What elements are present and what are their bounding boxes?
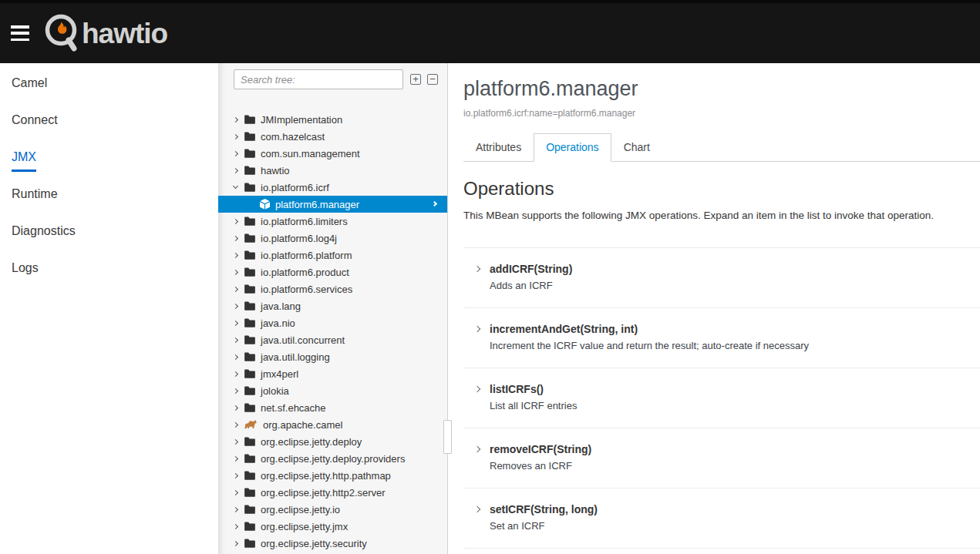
chevron-right-icon[interactable]: [233, 218, 238, 223]
chevron-right-icon[interactable]: [233, 388, 238, 393]
chevron-right-icon[interactable]: [233, 116, 238, 122]
folder-icon: [244, 284, 255, 294]
tree-node[interactable]: java.util.concurrent: [218, 331, 447, 348]
tree-node[interactable]: org.eclipse.jetty.http.pathmap: [218, 467, 447, 484]
chevron-right-icon[interactable]: [233, 167, 238, 173]
chevron-right-icon: [474, 326, 480, 332]
chevron-right-icon[interactable]: [233, 133, 238, 139]
chevron-right-icon[interactable]: [233, 405, 238, 410]
tree-node-label: org.eclipse.jetty.http2.server: [261, 487, 386, 499]
chevron-right-icon[interactable]: [233, 252, 238, 257]
sidebar-item-runtime[interactable]: Runtime: [0, 176, 218, 213]
tree-node[interactable]: org.eclipse.jetty.http2.server: [218, 484, 447, 501]
tree-node[interactable]: io.platform6.log4j: [218, 230, 447, 247]
jmx-tree-panel: + − JMImplementationcom.hazelcastcom.sun…: [218, 63, 448, 554]
operation-item[interactable]: addICRF(String)Adds an ICRF: [463, 248, 980, 308]
operations-description: This MBean supports the following JMX op…: [463, 210, 980, 221]
tree-node-label: org.eclipse.jetty.jmx: [261, 521, 348, 532]
folder-icon: [244, 522, 255, 531]
chevron-right-icon[interactable]: [233, 354, 238, 359]
tab-operations[interactable]: Operations: [534, 133, 611, 162]
tree-node[interactable]: io.platform6.limiters: [218, 213, 447, 230]
tree-node[interactable]: org.apache.camel: [218, 416, 447, 433]
tree-node[interactable]: io.platform6.icrf: [218, 179, 447, 196]
tree-node[interactable]: com.sun.management: [218, 145, 447, 162]
tree-node[interactable]: java.nio: [218, 314, 447, 331]
tree-node-label: io.platform6.product: [261, 267, 349, 278]
tree-node-label: java.util.concurrent: [261, 334, 345, 346]
tree-node[interactable]: org.eclipse.jetty.io: [218, 501, 447, 518]
tree-node[interactable]: JMImplementation: [218, 111, 447, 128]
tree-node[interactable]: hawtio: [218, 162, 447, 179]
folder-icon: [244, 217, 255, 226]
chevron-right-icon[interactable]: [233, 320, 238, 325]
tab-chart[interactable]: Chart: [611, 133, 662, 162]
collapse-all-icon[interactable]: −: [427, 74, 438, 85]
folder-icon: [244, 149, 255, 158]
folder-icon: [244, 437, 255, 446]
mbean-tabs: AttributesOperationsChart: [463, 133, 980, 162]
folder-icon: [244, 403, 255, 412]
operation-item[interactable]: listICRFs()List all ICRF entries: [463, 368, 980, 428]
chevron-right-icon[interactable]: [233, 371, 238, 376]
tree-node[interactable]: org.eclipse.jetty.security: [218, 535, 447, 552]
tree-node-label: io.platform6.limiters: [261, 216, 348, 227]
tree-node[interactable]: org.eclipse.jetty.jmx: [218, 518, 447, 535]
folder-icon: [244, 301, 255, 311]
chevron-right-icon[interactable]: [233, 303, 238, 308]
operation-description: Removes an ICRF: [490, 460, 591, 472]
operation-signature: incrementAndGet(String, int): [490, 323, 809, 335]
tree-node-label: org.eclipse.jetty.deploy: [261, 436, 362, 448]
chevron-right-icon[interactable]: [233, 455, 238, 461]
chevron-right-icon[interactable]: [233, 150, 238, 156]
tree-node[interactable]: net.sf.ehcache: [218, 399, 447, 416]
chevron-right-icon[interactable]: [233, 489, 238, 495]
chevron-right-icon[interactable]: [233, 337, 238, 342]
tree-node[interactable]: java.util.logging: [218, 348, 447, 365]
chevron-right-icon[interactable]: [233, 506, 238, 512]
magnifier-flame-icon: [43, 11, 80, 55]
folder-icon: [244, 115, 255, 124]
operation-item[interactable]: removeICRF(String)Removes an ICRF: [463, 428, 980, 489]
chevron-right-icon[interactable]: [233, 438, 238, 444]
chevron-right-icon[interactable]: [233, 235, 238, 240]
chevron-right-icon[interactable]: [233, 540, 238, 546]
tree-node[interactable]: io.platform6.services: [218, 280, 447, 297]
expand-all-icon[interactable]: +: [410, 74, 421, 85]
chevron-right-icon[interactable]: [233, 269, 238, 274]
sidebar-item-diagnostics[interactable]: Diagnostics: [0, 213, 218, 250]
hawtio-logo: hawtio: [43, 11, 167, 55]
chevron-right-icon[interactable]: [233, 421, 238, 427]
tree-node[interactable]: java.lang: [218, 297, 447, 314]
tree-node[interactable]: jolokia: [218, 382, 447, 399]
chevron-down-icon[interactable]: [233, 183, 238, 189]
sidebar-item-logs[interactable]: Logs: [0, 250, 218, 287]
sidebar-item-label: Connect: [12, 113, 58, 127]
sidebar-item-connect[interactable]: Connect: [0, 102, 218, 139]
chevron-right-icon[interactable]: [233, 286, 238, 291]
operation-item[interactable]: incrementAndGet(String, int)Increment th…: [463, 308, 980, 368]
tree-node[interactable]: jmx4perl: [218, 365, 447, 382]
operation-item[interactable]: setICRF(String, long)Set an ICRF: [463, 489, 980, 549]
tree-node[interactable]: platform6.manager: [218, 196, 447, 213]
sidebar-item-camel[interactable]: Camel: [0, 65, 218, 102]
chevron-right-icon[interactable]: [233, 472, 238, 478]
tree-node[interactable]: com.hazelcast: [218, 128, 447, 145]
tab-attributes[interactable]: Attributes: [463, 133, 534, 162]
tree-node[interactable]: io.platform6.platform: [218, 247, 447, 264]
menu-toggle-button[interactable]: [11, 25, 29, 41]
tree-node[interactable]: io.platform6.product: [218, 264, 447, 280]
tree-node-label: io.platform6.services: [261, 284, 352, 295]
chevron-right-icon[interactable]: [233, 523, 238, 529]
sidebar-item-jmx[interactable]: JMX: [0, 139, 218, 176]
tree-node-label: org.eclipse.jetty.http.pathmap: [261, 470, 391, 482]
masthead: hawtio: [0, 0, 980, 63]
tree-node-label: hawtio: [261, 165, 290, 176]
tree-node[interactable]: org.eclipse.jetty.deploy.providers: [218, 450, 447, 467]
tree-node-label: JMImplementation: [261, 114, 342, 126]
operation-description: List all ICRF entries: [490, 400, 577, 411]
tree-node[interactable]: org.eclipse.jetty.deploy: [218, 433, 447, 450]
splitter-handle[interactable]: [443, 420, 452, 454]
tree-search-input[interactable]: [234, 69, 403, 89]
mbean-tree: JMImplementationcom.hazelcastcom.sun.man…: [218, 111, 447, 552]
